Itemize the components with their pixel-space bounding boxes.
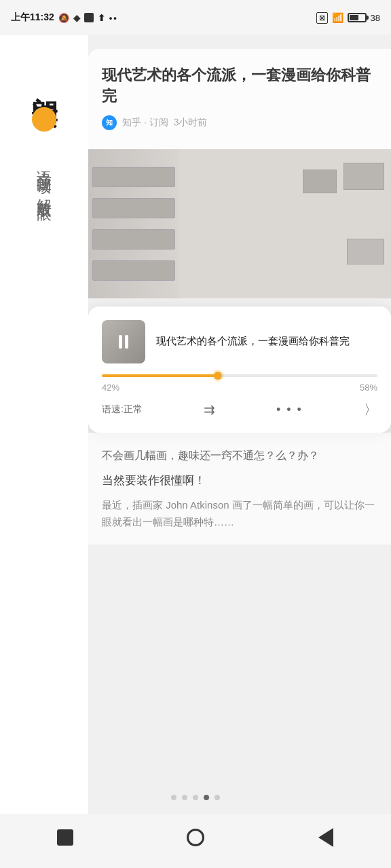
gallery-wall-left xyxy=(88,149,179,298)
page-dot-4[interactable] xyxy=(204,795,209,800)
sim-icon: ⊠ xyxy=(316,12,328,24)
time: 上午11:32 xyxy=(11,12,54,24)
dots-icon: •• xyxy=(109,13,118,23)
progress-fill xyxy=(102,374,218,377)
recents-icon xyxy=(57,829,73,846)
main-area: 朗读 语音朗读，解放双眼 现代艺术的各个流派，一套漫画给你科普完 知 知乎 · … xyxy=(0,35,391,814)
gallery-main xyxy=(179,149,391,298)
page-dot-3[interactable] xyxy=(193,795,198,800)
article-source: 知乎 · 订阅 xyxy=(122,117,168,129)
player-controls: 语速:正常 ⇉ • • • 〉 xyxy=(102,401,377,419)
progress-bar[interactable] xyxy=(102,374,377,377)
body-line-3: 最近，插画家 John Atkinson 画了一幅简单的画，可以让你一眼就看出一… xyxy=(102,496,377,531)
player-card[interactable]: 现代艺术的各个流派，一套漫画给你科普完 42% 58% 语速:正常 ⇉ • • … xyxy=(88,307,391,433)
article-image xyxy=(88,149,391,298)
page-dot-1[interactable] xyxy=(171,795,176,800)
home-icon xyxy=(187,829,204,846)
nav-recents-button[interactable] xyxy=(48,821,82,854)
article-meta: 知 知乎 · 订阅 3小时前 xyxy=(102,115,377,130)
battery-label: 38 xyxy=(371,13,380,23)
progress-labels: 42% 58% xyxy=(102,382,377,393)
square-icon xyxy=(84,13,94,22)
gallery-frame-1 xyxy=(92,167,175,187)
playlist-icon[interactable]: ⇉ xyxy=(204,401,215,418)
pause-icon xyxy=(119,335,128,349)
player-title: 现代艺术的各个流派，一套漫画给你科普完 xyxy=(156,335,377,348)
battery-icon xyxy=(348,13,367,22)
gallery-frame-4 xyxy=(92,260,175,281)
article-time: 3小时前 xyxy=(174,117,208,129)
status-bar-right: ⊠ 📶 38 xyxy=(316,12,380,24)
player-top: 现代艺术的各个流派，一套漫画给你科普完 xyxy=(102,320,377,363)
sidebar-title: 朗读 xyxy=(30,76,58,87)
progress-percent: 42% xyxy=(102,382,119,393)
gallery-frame-3 xyxy=(92,229,175,250)
remaining-percent: 58% xyxy=(360,382,377,393)
page-dot-5[interactable] xyxy=(215,795,220,800)
signal-icon: ◆ xyxy=(73,13,80,23)
nav-back-button[interactable] xyxy=(309,821,343,854)
article-title: 现代艺术的各个流派，一套漫画给你科普完 xyxy=(102,65,377,107)
speed-label[interactable]: 语速:正常 xyxy=(102,403,143,416)
article-header: 现代艺术的各个流派，一套漫画给你科普完 知 知乎 · 订阅 3小时前 xyxy=(88,49,391,149)
bottom-nav xyxy=(0,814,391,868)
gallery-frame-2 xyxy=(92,198,175,218)
upload-icon: ⬆ xyxy=(98,13,105,23)
article-body: 不会画几幅画，趣味还一窍不通怎？么？办？ 当然要装作很懂啊！ 最近，插画家 Jo… xyxy=(88,433,391,545)
content-area: 现代艺术的各个流派，一套漫画给你科普完 知 知乎 · 订阅 3小时前 xyxy=(88,35,391,814)
status-bar: 上午11:32 🔕 ◆ ⬆ •• ⊠ 📶 38 xyxy=(0,0,391,35)
sidebar: 朗读 语音朗读，解放双眼 xyxy=(0,35,88,814)
sidebar-tagline: 语音朗读，解放双眼 xyxy=(34,159,55,198)
nav-home-button[interactable] xyxy=(179,821,212,854)
body-line-1: 不会画几幅画，趣味还一窍不通怎？么？办？ xyxy=(102,446,377,465)
page-dot-2[interactable] xyxy=(182,795,187,800)
wifi-icon: 📶 xyxy=(332,12,343,23)
body-line-2: 当然要装作很懂啊！ xyxy=(102,473,377,488)
sidebar-dot xyxy=(32,107,56,132)
zhihu-avatar: 知 xyxy=(102,115,117,130)
progress-dot xyxy=(214,372,222,380)
notification-icon: 🔕 xyxy=(58,13,69,23)
extra-control[interactable]: 〉 xyxy=(364,401,377,419)
more-options-icon[interactable]: • • • xyxy=(276,403,303,417)
back-icon xyxy=(318,828,333,847)
progress-area[interactable]: 42% 58% xyxy=(102,374,377,393)
status-bar-left: 上午11:32 🔕 ◆ ⬆ •• xyxy=(11,12,118,24)
player-thumbnail xyxy=(102,320,145,363)
article-card: 现代艺术的各个流派，一套漫画给你科普完 知 知乎 · 订阅 3小时前 xyxy=(88,49,391,298)
